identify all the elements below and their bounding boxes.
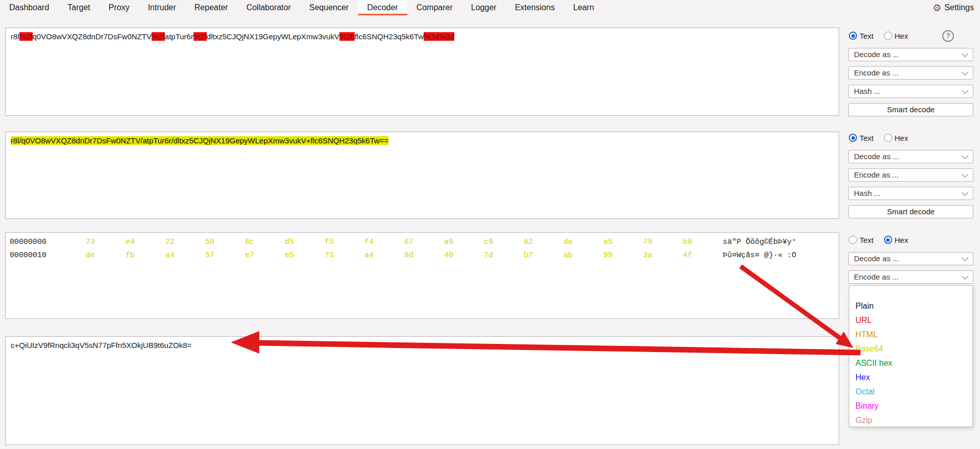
menu-item-octal[interactable]: Octal: [849, 385, 972, 399]
hex-row[interactable]: 00000010defba457e7e573a48d407db7ab993a4f…: [6, 249, 839, 262]
hex-byte[interactable]: 40: [444, 249, 484, 262]
control-group-1: Text Hex ? Decode as ... Encode as ... H…: [848, 29, 973, 120]
hex-byte[interactable]: de: [564, 236, 603, 249]
tab-intruder[interactable]: Intruder: [139, 0, 185, 15]
decode-as-dropdown-1[interactable]: Decode as ...: [848, 48, 973, 61]
text-radio-label: Text: [860, 32, 874, 40]
hex-byte[interactable]: e7: [245, 249, 285, 262]
tab-repeater[interactable]: Repeater: [185, 0, 237, 15]
menu-item-hex[interactable]: Hex: [849, 370, 972, 385]
hex-byte[interactable]: b0: [683, 236, 723, 249]
smart-decode-button-1[interactable]: Smart decode: [848, 103, 973, 116]
tab-dashboard[interactable]: Dashboard: [0, 0, 58, 15]
chevron-down-icon: [962, 153, 968, 159]
text-radio[interactable]: [849, 32, 857, 40]
decoder-input-base64[interactable]: r8l/q0VO8wVXQZ8dnDr7DsFw0NZTV/atpTur6r/d…: [5, 132, 839, 219]
tab-comparer[interactable]: Comparer: [407, 0, 462, 15]
chevron-down-icon: [962, 69, 968, 76]
decode-as-label: Decode as ...: [854, 152, 899, 161]
decode-as-label: Decode as ...: [854, 50, 899, 59]
tab-sequencer[interactable]: Sequencer: [300, 0, 358, 15]
encode-as-label: Encode as ...: [854, 272, 899, 281]
hex-offset: 00000000: [6, 236, 86, 249]
hex-byte[interactable]: a5: [603, 236, 643, 249]
menu-item-ascii-hex[interactable]: ASCII hex: [849, 356, 972, 370]
menu-item-url[interactable]: URL: [849, 313, 972, 328]
hex-byte[interactable]: de: [86, 249, 126, 262]
tab-collaborator[interactable]: Collaborator: [237, 0, 300, 15]
text-radio-label: Text: [860, 134, 874, 142]
hex-byte[interactable]: 67: [404, 236, 444, 249]
encode-as-dropdown-1[interactable]: Encode as ...: [848, 66, 973, 80]
hex-byte[interactable]: 73: [325, 249, 364, 262]
hex-byte[interactable]: ab: [564, 249, 603, 262]
hex-byte[interactable]: b7: [524, 249, 564, 262]
tab-target[interactable]: Target: [58, 0, 99, 15]
hex-radio[interactable]: [884, 32, 892, 40]
output-text-line: c+QiUIzV9fRnqcli3qV5sN77pFfn5XOkjUB9t6uZ…: [6, 337, 839, 354]
menu-item-gzip[interactable]: Gzip: [849, 413, 972, 428]
hex-byte[interactable]: 62: [524, 236, 564, 249]
encode-as-dropdown-3[interactable]: Encode as ...: [848, 270, 973, 284]
settings-button[interactable]: ⚙ Settings: [933, 0, 974, 15]
hash-dropdown-2[interactable]: Hash ...: [848, 187, 973, 200]
mode-radio-row-2: Text Hex: [849, 133, 973, 143]
hex-byte[interactable]: fb: [126, 249, 165, 262]
navbar: DashboardTargetProxyIntruderRepeaterColl…: [0, 0, 980, 15]
hex-radio[interactable]: [884, 236, 892, 244]
hex-byte[interactable]: a4: [165, 249, 205, 262]
hash-dropdown-1[interactable]: Hash ...: [848, 85, 973, 98]
decoder-output[interactable]: c+QiUIzV9fRnqcli3qV5sN77pFfn5XOkjUB9t6uZ…: [5, 336, 839, 445]
tab-learn[interactable]: Learn: [564, 0, 603, 15]
mode-radio-row-1: Text Hex ?: [849, 31, 973, 41]
hex-radio[interactable]: [884, 134, 892, 142]
tab-proxy[interactable]: Proxy: [100, 0, 139, 15]
decode-as-dropdown-2[interactable]: Decode as ...: [848, 150, 973, 163]
hex-byte[interactable]: a4: [364, 249, 404, 262]
decode-as-dropdown-3[interactable]: Decode as ...: [848, 252, 973, 265]
hex-byte[interactable]: 57: [205, 249, 245, 262]
tab-decoder[interactable]: Decoder: [358, 0, 407, 15]
hex-rows: 0000000073e422508cd5f5f467a9c962dea579b0…: [6, 233, 839, 262]
url-encoded-segment: atpTur6r: [165, 32, 193, 41]
chevron-down-icon: [962, 171, 968, 178]
chevron-down-icon: [962, 273, 968, 280]
hex-byte[interactable]: 8d: [404, 249, 444, 262]
text-radio[interactable]: [849, 236, 857, 244]
url-encoded-segment: q0VO8wVXQZ8dnDr7DsFw0NZTV: [33, 32, 152, 41]
menu-item-plain[interactable]: Plain: [849, 299, 972, 313]
hex-byte[interactable]: f5: [325, 236, 364, 249]
hex-byte[interactable]: 50: [205, 236, 245, 249]
mode-radio-row-3: Text Hex: [849, 235, 973, 245]
hex-byte[interactable]: e5: [285, 249, 325, 262]
hex-byte[interactable]: f4: [364, 236, 404, 249]
hex-byte[interactable]: a9: [444, 236, 484, 249]
url-encoded-segment: dltxz5CJQjNX19GepyWLepXmw3vukV: [207, 32, 339, 41]
chevron-down-icon: [962, 51, 968, 57]
decoder-input-url-encoded[interactable]: r8l%2fq0VO8wVXQZ8dnDr7DsFw0NZTV%2fatpTur…: [5, 28, 839, 116]
hex-byte[interactable]: c9: [484, 236, 524, 249]
hex-row[interactable]: 0000000073e422508cd5f5f467a9c962dea579b0…: [6, 236, 839, 249]
smart-decode-button-2[interactable]: Smart decode: [848, 205, 973, 218]
menu-item-base64[interactable]: Base64: [849, 342, 972, 356]
menu-item-binary[interactable]: Binary: [849, 399, 972, 413]
hex-byte[interactable]: e4: [126, 236, 165, 249]
url-encoded-highlight: %2f: [152, 32, 165, 41]
hex-byte[interactable]: 99: [603, 249, 643, 262]
hex-byte[interactable]: 73: [86, 236, 126, 249]
hex-byte[interactable]: 7d: [484, 249, 524, 262]
text-radio[interactable]: [849, 134, 857, 142]
hex-byte[interactable]: d5: [285, 236, 325, 249]
menu-item-html[interactable]: HTML: [849, 328, 972, 342]
control-group-2: Text Hex Decode as ... Encode as ... Has…: [848, 131, 973, 222]
tab-logger[interactable]: Logger: [462, 0, 506, 15]
tab-extensions[interactable]: Extensions: [506, 0, 564, 15]
hex-byte[interactable]: 8c: [245, 236, 285, 249]
hex-byte[interactable]: 22: [165, 236, 205, 249]
hex-view[interactable]: 0000000073e422508cd5f5f467a9c962dea579b0…: [5, 232, 839, 319]
hex-byte[interactable]: 79: [643, 236, 683, 249]
hex-byte[interactable]: 3a: [643, 249, 683, 262]
hex-byte[interactable]: 4f: [683, 249, 723, 262]
help-icon[interactable]: ?: [942, 30, 954, 42]
encode-as-dropdown-2[interactable]: Encode as ...: [848, 168, 973, 182]
